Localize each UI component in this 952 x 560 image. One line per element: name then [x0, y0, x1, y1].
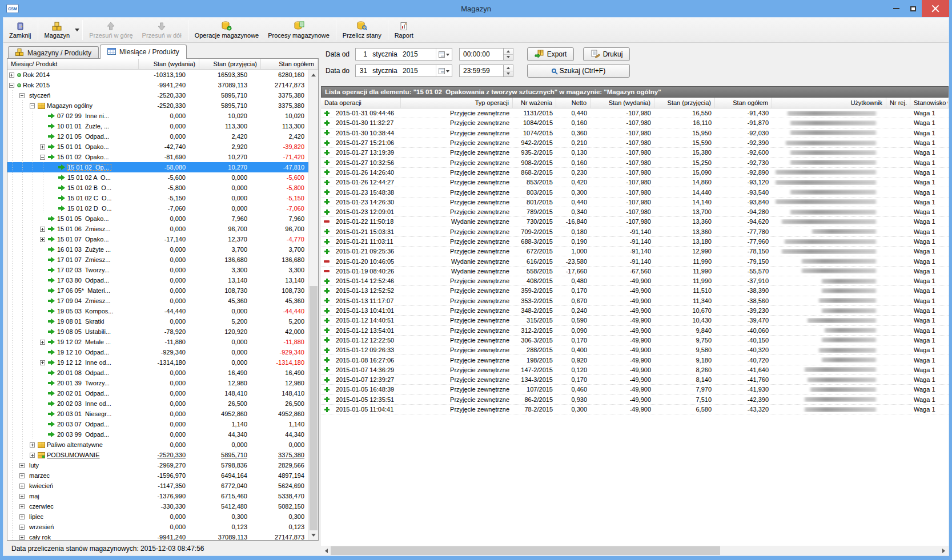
operation-row[interactable]: 2015-01-05 12:35:51 Przyjęcie zewnętrzne… [321, 395, 949, 405]
tree-row[interactable]: 10 01 01 Żużle, ... 0,000 113,300 113,30… [7, 121, 308, 131]
tab-magazyny-produkty[interactable]: Magazyny / Produkty [8, 46, 99, 59]
operacje-magazynowe-button[interactable]: Operacje magazynowe [190, 18, 264, 42]
scrollbar-thumb[interactable] [331, 546, 720, 555]
expand-toggle[interactable] [38, 144, 47, 150]
expand-icon[interactable] [19, 463, 25, 468]
horizontal-scrollbar[interactable] [321, 546, 949, 555]
magazyn-button[interactable]: Magazyn [40, 18, 75, 42]
operation-row[interactable]: 2015-01-07 12:39:27 Przyjęcie zewnętrzne… [321, 375, 949, 385]
minimize-button[interactable] [887, 0, 905, 17]
date-to-input[interactable]: 31 stycznia 2015 [355, 65, 452, 77]
przelicz-stany-button[interactable]: Przelicz stany [338, 18, 386, 42]
operation-row[interactable]: 2015-01-12 12:22:50 Przyjęcie zewnętrzne… [321, 336, 949, 345]
tree-row[interactable]: 20 03 01 Niesegr... 0,000 4952,860 4952,… [7, 409, 308, 419]
tree-row[interactable]: 15 01 01 Opako... -42,740 2,920 -39,820 [7, 142, 308, 152]
tree-row[interactable]: 15 01 02 Op... -58,080 10,270 -47,810 [7, 162, 308, 172]
tree-row[interactable]: 15 01 07 Opako... -17,140 12,370 -4,770 [7, 234, 308, 244]
column-header-stan-ogolem[interactable]: Stan ogółem [715, 98, 772, 108]
tree-row[interactable]: 20 03 99 Odpad... 0,000 44,340 44,340 [7, 429, 308, 440]
tree-row[interactable]: 15 01 02 Opako... -81,690 10,270 -71,420 [7, 152, 308, 162]
tree-row[interactable]: styczeń -2520,330 5895,710 3375,380 [7, 90, 308, 100]
operation-row[interactable]: 2015-01-21 15:03:31 Przyjęcie zewnętrzne… [321, 227, 949, 237]
tree-row[interactable]: wrzesień 0,000 0,123 0,123 [7, 522, 308, 532]
operation-row[interactable]: 2015-01-05 16:48:39 Przyjęcie zewnętrzne… [321, 385, 949, 394]
tree-row[interactable]: 20 01 39 Tworzy... 0,000 12,980 12,980 [7, 378, 308, 388]
tree-row[interactable]: 15 01 02 D O... -7,060 0,000 -7,060 [7, 203, 308, 213]
tree-row[interactable]: cały rok -9941,240 37089,113 27147,873 [7, 532, 308, 540]
operation-row[interactable]: 2015-01-07 14:36:29 Przyjęcie zewnętrzne… [321, 365, 949, 375]
column-header-stan-wydania[interactable]: Stan (wydania) [139, 59, 199, 69]
tree-row[interactable]: 19 12 12 Inne od... -1314,180 0,000 -131… [7, 357, 308, 368]
operation-row[interactable]: 2015-01-30 11:32:27 Przyjęcie zewnętrzne… [321, 118, 949, 128]
operation-row[interactable]: 2015-01-12 09:26:33 Przyjęcie zewnętrzne… [321, 345, 949, 355]
expand-icon[interactable] [19, 494, 25, 499]
scroll-up-button[interactable] [309, 70, 318, 79]
expand-icon[interactable] [19, 535, 25, 540]
expand-toggle[interactable] [7, 72, 16, 78]
tree-row[interactable]: 19 08 05 Ustabili... -78,920 120,920 42,… [7, 327, 308, 337]
scroll-right-button[interactable] [939, 546, 949, 555]
operation-row[interactable]: 2015-01-21 09:25:36 Przyjęcie zewnętrzne… [321, 247, 949, 256]
expand-toggle[interactable] [7, 83, 16, 88]
tree-row[interactable]: maj -1376,990 6715,460 5338,470 [7, 491, 308, 501]
tree-row[interactable]: Magazyn ogólny -2520,330 5895,710 3375,3… [7, 100, 308, 111]
date-from-dropdown[interactable] [436, 49, 452, 60]
date-from-day[interactable]: 1 [356, 50, 367, 58]
date-to-dropdown[interactable] [436, 65, 452, 76]
tree-row[interactable]: 17 06 05* Materi... 0,000 108,730 108,73… [7, 285, 308, 296]
column-header-stan-ogolem[interactable]: Stan ogółem [261, 59, 318, 69]
tree-row[interactable]: 20 02 01 Odpad... 0,000 148,410 148,410 [7, 388, 308, 398]
date-from-year[interactable]: 2015 [403, 50, 423, 58]
tree-row[interactable]: 19 12 02 Metale ... -11,880 0,000 -11,88… [7, 337, 308, 347]
expand-icon[interactable] [40, 360, 45, 365]
column-header-uzytkownik[interactable]: Użytkownik [772, 98, 886, 108]
move-down-button[interactable]: Przesuń w dół [138, 18, 186, 42]
operation-row[interactable]: 2015-01-27 10:32:56 Przyjęcie zewnętrzne… [321, 158, 949, 167]
expand-toggle[interactable] [18, 473, 26, 478]
operation-row[interactable]: 2015-01-23 15:48:38 Przyjęcie zewnętrzne… [321, 187, 949, 197]
column-header-data-operacji[interactable]: Data operacji [321, 98, 401, 108]
tree-row[interactable]: marzec -1596,970 6494,164 4897,194 [7, 470, 308, 481]
column-header-miesiac-produkt[interactable]: Miesiąc/ Produkt [7, 59, 139, 69]
expand-icon[interactable] [40, 237, 45, 242]
operation-row[interactable]: 2015-01-13 10:41:01 Przyjęcie zewnętrzne… [321, 306, 949, 316]
move-up-button[interactable]: Przesuń w górę [85, 18, 137, 42]
operation-row[interactable]: 2015-01-23 12:09:01 Przyjęcie zewnętrzne… [321, 207, 949, 217]
raport-button[interactable]: Raport [390, 18, 418, 42]
time-from-spinner[interactable] [504, 48, 513, 61]
collapse-icon[interactable] [9, 83, 14, 88]
tree-row[interactable]: 19 05 03 Kompos... -44,440 0,000 -44,440 [7, 306, 308, 316]
operation-row[interactable]: 2015-01-14 12:52:46 Przyjęcie zewnętrzne… [321, 276, 949, 286]
expand-toggle[interactable] [18, 484, 26, 489]
expand-icon[interactable] [30, 442, 35, 448]
tree-row[interactable]: 20 01 08 Odpad... 0,000 16,490 16,490 [7, 368, 308, 378]
expand-icon[interactable] [40, 144, 45, 150]
tree-row[interactable]: 20 03 07 Odpad... 0,000 1,140 1,140 [7, 419, 308, 429]
print-button[interactable]: Drukuj [583, 47, 630, 61]
tree-row[interactable]: 17 09 04 Zmiesz... 0,000 45,360 45,360 [7, 296, 308, 306]
expand-toggle[interactable] [18, 93, 26, 98]
tree-row[interactable]: 12 01 05 Odpad... 0,000 2,420 2,420 [7, 131, 308, 142]
expand-icon[interactable] [19, 525, 25, 530]
column-header-stan-wydania[interactable]: Stan (wydania) [591, 98, 654, 108]
expand-toggle[interactable] [18, 514, 26, 519]
expand-toggle[interactable] [18, 535, 26, 540]
column-header-stan-przyjecia[interactable]: Stan (przyjęcia) [199, 59, 261, 69]
close-button[interactable] [922, 0, 949, 17]
tree-row[interactable]: czerwiec -330,330 5412,480 5082,150 [7, 501, 308, 511]
expand-toggle[interactable] [18, 494, 26, 499]
tree-row[interactable]: Rok 2015 -9941,240 37089,113 27147,873 [7, 80, 308, 90]
tree-row[interactable]: 17 03 80 Odpad... 0,000 13,140 13,140 [7, 275, 308, 285]
expand-icon[interactable] [40, 340, 45, 345]
column-header-stan-przyjecia[interactable]: Stan (przyjęcia) [654, 98, 715, 108]
scroll-down-button[interactable] [309, 530, 318, 540]
time-from-input[interactable]: 00:00:00 [459, 48, 504, 61]
collapse-icon[interactable] [30, 103, 35, 108]
collapse-icon[interactable] [19, 93, 25, 98]
expand-icon[interactable] [40, 227, 45, 232]
tree-row[interactable]: 20 02 03 Inne od... 0,000 26,500 26,500 [7, 398, 308, 409]
tree-row[interactable]: lipiec 0,000 0,300 0,300 [7, 511, 308, 522]
tree-row[interactable]: 15 01 05 Opako... 0,000 7,960 7,960 [7, 213, 308, 224]
tree-row[interactable]: 16 01 03 Zużyte ... 0,000 3,700 3,700 [7, 244, 308, 255]
operation-row[interactable]: 2015-01-05 11:04:41 Przyjęcie zewnętrzne… [321, 405, 949, 414]
